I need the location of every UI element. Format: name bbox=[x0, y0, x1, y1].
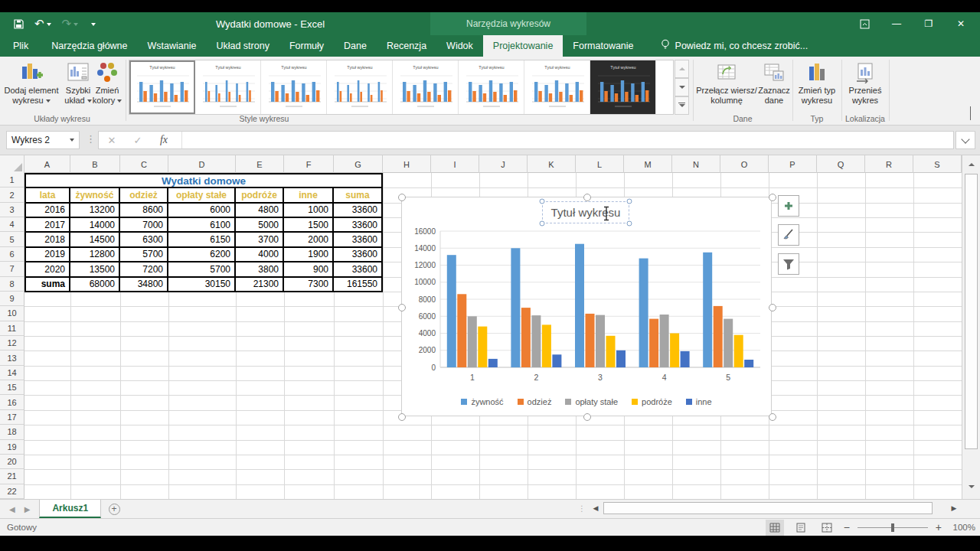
selection-handle[interactable] bbox=[398, 194, 406, 201]
chart-style-thumbnail[interactable]: Tytuł wykresu bbox=[261, 60, 327, 114]
save-icon[interactable] bbox=[14, 19, 24, 29]
title-selection-handle[interactable] bbox=[627, 199, 632, 204]
zoom-out-icon[interactable]: − bbox=[844, 521, 850, 533]
tab-recenzja[interactable]: Recenzja bbox=[377, 35, 436, 57]
table-cell[interactable]: 1500 bbox=[284, 218, 334, 233]
table-cell[interactable]: 3700 bbox=[236, 233, 284, 247]
column-header-B[interactable]: B bbox=[70, 155, 120, 173]
row-header-4[interactable]: 4 bbox=[0, 217, 24, 232]
table-cell[interactable]: 12800 bbox=[70, 248, 120, 262]
select-all-corner[interactable] bbox=[0, 155, 24, 173]
legend-item-odzież[interactable]: odzież bbox=[518, 397, 552, 406]
change-colors-button[interactable]: Zmień kolory bbox=[90, 60, 124, 106]
table-cell[interactable]: 7000 bbox=[120, 218, 168, 233]
tab-układ-strony[interactable]: Układ strony bbox=[206, 35, 279, 57]
row-header-2[interactable]: 2 bbox=[0, 187, 24, 202]
column-header-K[interactable]: K bbox=[528, 155, 576, 173]
expand-formula-bar-icon[interactable] bbox=[956, 131, 975, 149]
chart-style-thumbnail[interactable]: Tytuł wykresu bbox=[129, 60, 195, 114]
column-header-L[interactable]: L bbox=[576, 155, 624, 173]
sheet-tab-arkusz1[interactable]: Arkusz1 bbox=[39, 500, 101, 518]
formula-splitter[interactable]: ⋮ bbox=[86, 133, 96, 145]
zoom-level[interactable]: 100% bbox=[949, 523, 975, 532]
selection-handle[interactable] bbox=[583, 194, 591, 201]
page-break-view-icon[interactable] bbox=[818, 520, 836, 536]
ribbon-display-options-icon[interactable] bbox=[848, 12, 880, 35]
gallery-more-icon[interactable] bbox=[675, 96, 689, 115]
table-cell[interactable]: 34800 bbox=[120, 278, 168, 292]
scroll-left-icon[interactable]: ◀ bbox=[590, 501, 602, 515]
selection-handle[interactable] bbox=[398, 413, 406, 421]
table-header-cell[interactable]: inne bbox=[284, 188, 334, 203]
row-header-3[interactable]: 3 bbox=[0, 203, 24, 217]
horizontal-scroll-thumb[interactable] bbox=[603, 502, 933, 514]
table-header-cell[interactable]: podróże bbox=[236, 188, 284, 203]
row-header-19[interactable]: 19 bbox=[0, 440, 24, 455]
column-header-C[interactable]: C bbox=[120, 155, 168, 173]
column-header-D[interactable]: D bbox=[168, 155, 236, 173]
chart-style-thumbnail[interactable]: Tytuł wykresu bbox=[393, 60, 459, 114]
column-header-A[interactable]: A bbox=[24, 155, 70, 173]
table-cell[interactable]: 1900 bbox=[284, 248, 334, 262]
table-cell[interactable]: 2017 bbox=[24, 218, 70, 233]
column-header-E[interactable]: E bbox=[236, 155, 284, 173]
table-header-cell[interactable]: żywność bbox=[70, 188, 120, 203]
table-cell[interactable]: 13200 bbox=[70, 204, 120, 218]
table-cell[interactable]: 13500 bbox=[70, 262, 120, 277]
cancel-icon[interactable]: ✕ bbox=[99, 135, 125, 146]
column-header-S[interactable]: S bbox=[913, 155, 962, 173]
table-cell[interactable]: 33600 bbox=[334, 233, 383, 247]
restore-button[interactable]: ❐ bbox=[913, 12, 945, 35]
column-header-R[interactable]: R bbox=[865, 155, 913, 173]
selection-handle[interactable] bbox=[398, 304, 406, 311]
gallery-scroll-down-icon[interactable] bbox=[675, 78, 689, 96]
row-header-14[interactable]: 14 bbox=[0, 366, 24, 380]
sheet-nav-arrows[interactable]: ◀▶ bbox=[0, 500, 39, 518]
grid-area[interactable]: 12345678910111213141516171819202122 Wyda… bbox=[0, 173, 962, 499]
selection-handle[interactable] bbox=[769, 413, 776, 421]
page-layout-view-icon[interactable] bbox=[792, 520, 810, 536]
switch-row-column-button[interactable]: Przełącz wiersz/ kolumnę bbox=[694, 60, 760, 106]
table-cell[interactable]: 6200 bbox=[168, 248, 236, 262]
insert-function-icon[interactable]: fx bbox=[151, 134, 177, 146]
table-header-cell[interactable]: opłaty stałe bbox=[168, 188, 236, 203]
table-header-cell[interactable]: lata bbox=[24, 188, 70, 203]
column-header-G[interactable]: G bbox=[334, 155, 383, 173]
column-header-N[interactable]: N bbox=[672, 155, 720, 173]
table-cell[interactable]: 5000 bbox=[236, 218, 284, 233]
tab-plik[interactable]: Plik bbox=[0, 35, 41, 57]
table-cell[interactable]: 5700 bbox=[168, 262, 236, 277]
table-header-cell[interactable]: odzież bbox=[120, 188, 168, 203]
minimize-button[interactable]: — bbox=[880, 12, 913, 35]
table-cell[interactable]: 14500 bbox=[70, 233, 120, 247]
tab-wstawianie[interactable]: Wstawianie bbox=[138, 35, 207, 57]
row-header-9[interactable]: 9 bbox=[0, 292, 24, 306]
table-cell[interactable]: 68000 bbox=[70, 278, 120, 292]
table-cell[interactable]: 7200 bbox=[120, 262, 168, 277]
chart-style-thumbnail[interactable]: Tytuł wykresu bbox=[327, 60, 393, 114]
select-data-button[interactable]: Zaznacz dane bbox=[756, 60, 792, 106]
column-header-I[interactable]: I bbox=[431, 155, 479, 173]
row-header-17[interactable]: 17 bbox=[0, 410, 24, 425]
zoom-slider[interactable] bbox=[858, 527, 928, 528]
title-selection-handle[interactable] bbox=[540, 221, 545, 227]
table-cell[interactable]: 14000 bbox=[70, 218, 120, 233]
column-header-O[interactable]: O bbox=[720, 155, 769, 173]
chart-style-thumbnail[interactable]: Tytuł wykresu bbox=[590, 60, 656, 114]
table-cell[interactable]: 900 bbox=[284, 262, 334, 277]
name-box[interactable]: Wykres 2 bbox=[6, 131, 80, 149]
column-header-F[interactable]: F bbox=[284, 155, 334, 173]
table-cell[interactable]: 161550 bbox=[334, 278, 383, 292]
table-cell[interactable]: 6100 bbox=[168, 218, 236, 233]
tab-widok[interactable]: Widok bbox=[436, 35, 483, 57]
formula-input[interactable] bbox=[182, 132, 953, 148]
chart-title[interactable]: Tytuł wykresu bbox=[542, 201, 629, 223]
table-cell[interactable]: 6300 bbox=[120, 233, 168, 247]
row-header-18[interactable]: 18 bbox=[0, 425, 24, 439]
enter-icon[interactable]: ✓ bbox=[125, 135, 151, 146]
zoom-slider-thumb[interactable] bbox=[891, 523, 894, 532]
scrollbar-splitter[interactable]: ⋮ bbox=[578, 504, 586, 513]
chart-elements-button[interactable] bbox=[778, 195, 799, 217]
chart-filters-button[interactable] bbox=[778, 253, 799, 275]
row-header-15[interactable]: 15 bbox=[0, 380, 24, 395]
